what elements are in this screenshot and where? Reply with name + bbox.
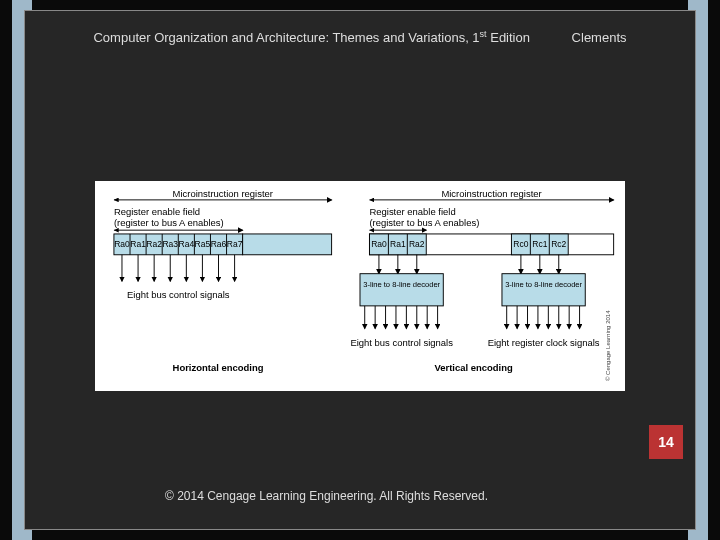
book-title-pre: Computer Organization and Architecture: …	[93, 30, 479, 45]
right-outputA-label: Eight bus control signals	[350, 337, 453, 348]
svg-text:Ra3: Ra3	[162, 239, 178, 249]
svg-text:3-line to 8-line decoder: 3-line to 8-line decoder	[363, 280, 440, 289]
svg-text:Ra7: Ra7	[227, 239, 243, 249]
left-field-label-2: (register to bus A enables)	[114, 217, 224, 228]
svg-text:Ra5: Ra5	[195, 239, 211, 249]
slide-frame: Computer Organization and Architecture: …	[24, 10, 696, 530]
svg-text:Ra4: Ra4	[179, 239, 195, 249]
right-encoding-label: Vertical encoding	[434, 362, 512, 373]
right-top-label: Microinstruction register	[441, 188, 541, 199]
right-groupA-arrows-in	[379, 255, 417, 274]
svg-text:3-line to 8-line decoder: 3-line to 8-line decoder	[505, 280, 582, 289]
svg-text:Ra0: Ra0	[371, 239, 387, 249]
svg-text:Ra6: Ra6	[211, 239, 227, 249]
svg-text:Rc1: Rc1	[532, 239, 547, 249]
svg-text:Rc0: Rc0	[513, 239, 528, 249]
left-output-arrows	[122, 255, 235, 282]
decoder-c-outputs	[507, 306, 580, 329]
decoder-c	[502, 274, 585, 306]
left-output-label: Eight bus control signals	[127, 289, 230, 300]
page-number-badge: 14	[649, 425, 683, 459]
left-field-label-1: Register enable field	[114, 206, 200, 217]
right-outputC-label: Eight register clock signals	[488, 337, 600, 348]
left-encoding-label: Horizontal encoding	[173, 362, 264, 373]
svg-text:Ra0: Ra0	[114, 239, 130, 249]
decoder-a-outputs	[365, 306, 438, 329]
right-field-label-1: Register enable field	[369, 206, 455, 217]
left-register-row: Ra0 Ra1 Ra2 Ra3 Ra4 Ra5 Ra6 Ra7	[114, 234, 332, 255]
book-title-post: Edition	[487, 30, 530, 45]
svg-text:Ra2: Ra2	[146, 239, 162, 249]
copyright-footer: © 2014 Cengage Learning Engineering. All…	[85, 489, 635, 503]
svg-text:Ra1: Ra1	[390, 239, 406, 249]
right-groupC-arrows-in	[521, 255, 559, 274]
decoder-a	[360, 274, 443, 306]
edition-super: st	[480, 29, 487, 39]
svg-text:Rc2: Rc2	[551, 239, 566, 249]
author-name: Clements	[572, 30, 627, 45]
svg-text:Ra2: Ra2	[409, 239, 425, 249]
encoding-diagram: Microinstruction register Register enabl…	[95, 181, 625, 391]
figure-credit: © Cengage Learning 2014	[611, 191, 621, 381]
svg-text:Ra1: Ra1	[130, 239, 146, 249]
slide-header: Computer Organization and Architecture: …	[85, 29, 635, 45]
right-field-label-2: (register to bus A enables)	[369, 217, 479, 228]
svg-rect-3	[243, 234, 332, 255]
left-top-label: Microinstruction register	[173, 188, 273, 199]
